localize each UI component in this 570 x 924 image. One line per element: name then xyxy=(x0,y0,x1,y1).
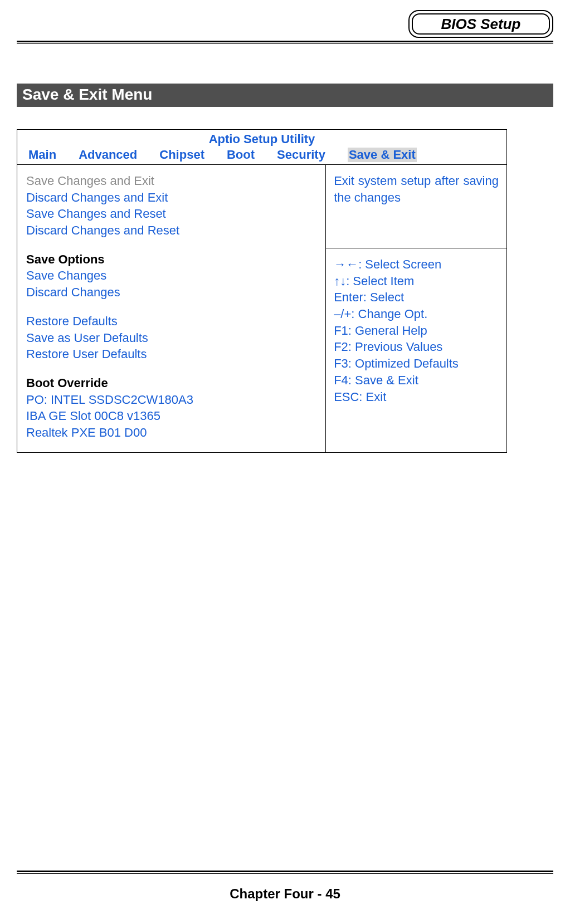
bios-box: Aptio Setup Utility Main Advanced Chipse… xyxy=(17,129,507,453)
spacer xyxy=(26,301,319,313)
key-f4: F4: Save & Exit xyxy=(334,372,499,389)
bottom-rule xyxy=(17,871,553,874)
top-rule xyxy=(17,41,553,44)
key-f2: F2: Previous Values xyxy=(334,339,499,355)
key-enter: Enter: Select xyxy=(334,289,499,306)
tab-boot[interactable]: Boot xyxy=(227,148,255,162)
tab-advanced[interactable]: Advanced xyxy=(79,148,137,162)
header-badge-text: BIOS Setup xyxy=(441,16,520,33)
hdr-boot-override: Boot Override xyxy=(26,375,319,392)
hdr-save-options: Save Options xyxy=(26,251,319,268)
tab-chipset[interactable]: Chipset xyxy=(159,148,204,162)
item-discard-changes[interactable]: Discard Changes xyxy=(26,284,319,301)
help-text: Exit system setup after saving the chang… xyxy=(325,165,506,248)
bios-utility-title: Aptio Setup Utility xyxy=(17,130,506,146)
key-f3: F3: Optimized Defaults xyxy=(334,355,499,372)
key-help: →←: Select Screen ↑↓: Select Item Enter:… xyxy=(325,248,506,452)
bios-right-pane: Exit system setup after saving the chang… xyxy=(325,165,506,452)
item-restore-user-defaults[interactable]: Restore User Defaults xyxy=(26,346,319,363)
bios-body: Save Changes and Exit Discard Changes an… xyxy=(17,165,506,452)
item-save-user-defaults[interactable]: Save as User Defaults xyxy=(26,330,319,346)
item-discard-changes-reset[interactable]: Discard Changes and Reset xyxy=(26,222,319,239)
boot-item-2[interactable]: IBA GE Slot 00C8 v1365 xyxy=(26,408,319,424)
key-f1: F1: General Help xyxy=(334,322,499,339)
key-select-screen: →←: Select Screen xyxy=(334,256,499,273)
tab-main[interactable]: Main xyxy=(28,148,56,162)
section-title: Save & Exit Menu xyxy=(17,84,553,107)
header-badge: BIOS Setup xyxy=(408,10,553,38)
boot-item-1[interactable]: PO: INTEL SSDSC2CW180A3 xyxy=(26,392,319,408)
spacer xyxy=(26,239,319,251)
key-esc: ESC: Exit xyxy=(334,389,499,405)
tab-security[interactable]: Security xyxy=(277,148,325,162)
key-select-item: ↑↓: Select Item xyxy=(334,273,499,290)
page-footer: Chapter Four - 45 xyxy=(0,886,570,902)
spacer xyxy=(26,363,319,375)
key-change-opt: –/+: Change Opt. xyxy=(334,306,499,322)
tab-save-exit[interactable]: Save & Exit xyxy=(348,148,417,162)
boot-item-3[interactable]: Realtek PXE B01 D00 xyxy=(26,424,319,441)
item-save-changes[interactable]: Save Changes xyxy=(26,267,319,284)
bios-left-pane: Save Changes and Exit Discard Changes an… xyxy=(17,165,325,452)
item-save-changes-reset[interactable]: Save Changes and Reset xyxy=(26,206,319,222)
item-restore-defaults[interactable]: Restore Defaults xyxy=(26,313,319,330)
item-save-changes-exit[interactable]: Save Changes and Exit xyxy=(26,173,319,189)
bios-tab-bar: Main Advanced Chipset Boot Security Save… xyxy=(17,146,506,165)
page-content: Save & Exit Menu Aptio Setup Utility Mai… xyxy=(17,84,553,453)
item-discard-changes-exit[interactable]: Discard Changes and Exit xyxy=(26,189,319,206)
